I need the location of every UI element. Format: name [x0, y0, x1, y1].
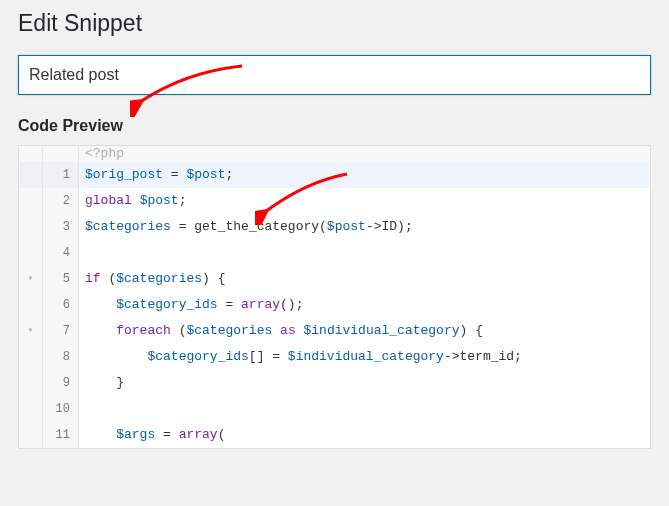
code-token: $category_ids	[116, 297, 217, 312]
snippet-name-input[interactable]	[18, 55, 651, 95]
code-line[interactable]: 10	[19, 396, 650, 422]
code-token: ();	[280, 297, 303, 312]
code-token: array	[241, 297, 280, 312]
code-token: = get_the_category(	[171, 219, 327, 234]
code-token: ;	[225, 167, 233, 182]
line-content[interactable]	[79, 396, 650, 422]
code-token	[85, 427, 116, 442]
gutter-number	[43, 146, 79, 162]
snippet-name-row	[0, 55, 669, 95]
code-token: array	[179, 427, 218, 442]
fold-toggle-icon	[19, 370, 43, 396]
code-token: $post	[186, 167, 225, 182]
line-number: 2	[43, 188, 79, 214]
code-token: ->ID);	[366, 219, 413, 234]
fold-toggle-icon	[19, 162, 43, 188]
code-token: (	[171, 323, 187, 338]
line-content[interactable]: global $post;	[79, 188, 650, 214]
line-number: 10	[43, 396, 79, 422]
code-line[interactable]: 9 }	[19, 370, 650, 396]
code-token	[85, 323, 116, 338]
code-token: $post	[140, 193, 179, 208]
fold-toggle-icon	[19, 214, 43, 240]
code-token: $args	[116, 427, 155, 442]
line-number: 5	[43, 266, 79, 292]
line-number: 4	[43, 240, 79, 266]
code-line[interactable]: 6 $category_ids = array();	[19, 292, 650, 318]
line-number: 11	[43, 422, 79, 448]
code-token: ;	[179, 193, 187, 208]
code-token: ) {	[202, 271, 225, 286]
code-token	[85, 349, 147, 364]
fold-toggle-icon	[19, 292, 43, 318]
fold-toggle-icon	[19, 396, 43, 422]
code-token: ->term_id;	[444, 349, 522, 364]
fold-toggle-icon[interactable]: ▾	[19, 266, 43, 292]
code-token: =	[218, 297, 241, 312]
line-number: 1	[43, 162, 79, 188]
page-header: Edit Snippet	[0, 0, 669, 55]
code-token: $orig_post	[85, 167, 163, 182]
code-line[interactable]: 8 $category_ids[] = $individual_category…	[19, 344, 650, 370]
line-content[interactable]: $orig_post = $post;	[79, 162, 650, 188]
code-token: as	[280, 323, 296, 338]
code-preview-heading: Code Preview	[0, 95, 669, 145]
line-content[interactable]: $category_ids = array();	[79, 292, 650, 318]
readonly-prefix-text: <?php	[79, 146, 650, 162]
code-token: $categories	[85, 219, 171, 234]
code-line[interactable]: 3$categories = get_the_category($post->I…	[19, 214, 650, 240]
code-token: }	[85, 375, 124, 390]
code-line[interactable]: 11 $args = array(	[19, 422, 650, 448]
code-token: $individual_category	[304, 323, 460, 338]
code-token: if	[85, 271, 101, 286]
line-content[interactable]: if ($categories) {	[79, 266, 650, 292]
line-content[interactable]: foreach ($categories as $individual_cate…	[79, 318, 650, 344]
code-token: (	[101, 271, 117, 286]
line-content[interactable]	[79, 240, 650, 266]
line-content[interactable]: $categories = get_the_category($post->ID…	[79, 214, 650, 240]
line-number: 3	[43, 214, 79, 240]
gutter-fold	[19, 146, 43, 162]
code-token: =	[163, 167, 186, 182]
code-token	[132, 193, 140, 208]
line-number: 8	[43, 344, 79, 370]
line-number: 7	[43, 318, 79, 344]
fold-toggle-icon[interactable]: ▾	[19, 318, 43, 344]
code-token: [] =	[249, 349, 288, 364]
code-editor[interactable]: <?php 1$orig_post = $post;2global $post;…	[18, 145, 651, 449]
fold-toggle-icon	[19, 344, 43, 370]
fold-toggle-icon	[19, 422, 43, 448]
page-title: Edit Snippet	[18, 10, 651, 37]
code-line[interactable]: 4	[19, 240, 650, 266]
code-line[interactable]: ▾5if ($categories) {	[19, 266, 650, 292]
code-line[interactable]: ▾7 foreach ($categories as $individual_c…	[19, 318, 650, 344]
code-token: $individual_category	[288, 349, 444, 364]
code-token: $post	[327, 219, 366, 234]
code-token	[272, 323, 280, 338]
fold-toggle-icon	[19, 188, 43, 214]
code-token: (	[218, 427, 226, 442]
code-line[interactable]: 1$orig_post = $post;	[19, 162, 650, 188]
code-token: =	[155, 427, 178, 442]
code-token: $categories	[116, 271, 202, 286]
code-line[interactable]: 2global $post;	[19, 188, 650, 214]
line-number: 6	[43, 292, 79, 318]
line-content[interactable]: }	[79, 370, 650, 396]
line-content[interactable]: $category_ids[] = $individual_category->…	[79, 344, 650, 370]
code-token: $category_ids	[147, 349, 248, 364]
code-token	[85, 297, 116, 312]
code-token: foreach	[116, 323, 171, 338]
code-token: $categories	[186, 323, 272, 338]
readonly-prefix-row: <?php	[19, 146, 650, 162]
code-token	[296, 323, 304, 338]
code-lines-container: 1$orig_post = $post;2global $post;3$cate…	[19, 162, 650, 448]
line-number: 9	[43, 370, 79, 396]
fold-toggle-icon	[19, 240, 43, 266]
code-token: global	[85, 193, 132, 208]
line-content[interactable]: $args = array(	[79, 422, 650, 448]
code-token: ) {	[460, 323, 483, 338]
